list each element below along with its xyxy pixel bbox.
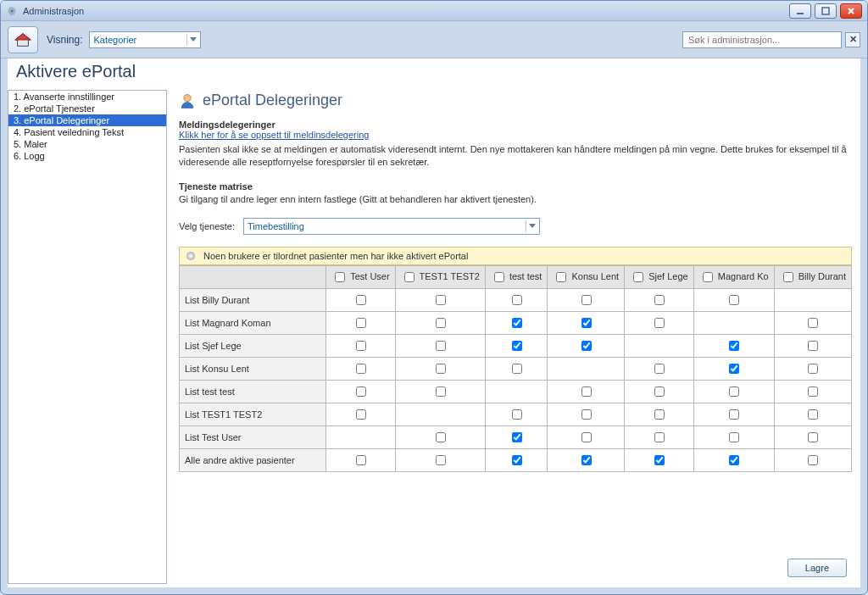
matrix-cell-checkbox-5-4[interactable] (654, 409, 665, 420)
sidebar-item-1[interactable]: 2. ePortal Tjenester (8, 103, 166, 114)
service-combo[interactable]: Timebestilling (243, 218, 540, 235)
matrix-cell-7-0 (326, 449, 395, 472)
matrix-cell-1-3 (548, 312, 625, 335)
matrix-cell-checkbox-7-1[interactable] (436, 455, 446, 465)
matrix-cell-checkbox-5-2[interactable] (512, 409, 522, 420)
matrix-cell-checkbox-6-6[interactable] (808, 432, 818, 442)
chevron-down-icon (186, 34, 198, 46)
matrix-cell-checkbox-6-4[interactable] (654, 432, 665, 442)
matrix-cell-checkbox-4-1[interactable] (436, 386, 446, 397)
matrix-cell-0-2 (485, 289, 548, 312)
matrix-cell-checkbox-4-6[interactable] (808, 386, 818, 397)
matrix-cell-checkbox-0-4[interactable] (654, 295, 665, 305)
matrix-cell-6-2 (485, 426, 548, 449)
matrix-cell-checkbox-3-5[interactable] (729, 364, 739, 374)
sidebar-item-3[interactable]: 4. Pasient veiledning Tekst (8, 126, 166, 138)
matrix-cell-6-4 (625, 426, 694, 449)
search-box[interactable] (682, 31, 842, 48)
matrix-col-header-checkbox-0[interactable] (335, 272, 345, 282)
matrix-col-header-checkbox-1[interactable] (404, 272, 415, 282)
sidebar-item-5[interactable]: 6. Logg (8, 150, 166, 162)
matrix-cell-checkbox-4-3[interactable] (581, 386, 592, 397)
close-button[interactable] (840, 3, 862, 19)
matrix-cell-1-1 (395, 312, 485, 335)
matrix-cell-checkbox-5-3[interactable] (581, 409, 592, 420)
svg-rect-2 (822, 8, 829, 14)
matrix-cell-checkbox-7-3[interactable] (581, 455, 592, 465)
matrix-cell-checkbox-1-4[interactable] (654, 318, 665, 328)
matrix-cell-4-1 (395, 381, 485, 403)
matrix-cell-checkbox-1-3[interactable] (581, 318, 592, 328)
matrix-cell-checkbox-6-2[interactable] (512, 432, 522, 442)
matrix-cell-checkbox-2-2[interactable] (512, 341, 522, 351)
matrix-cell-checkbox-6-1[interactable] (436, 432, 446, 442)
home-button[interactable] (8, 26, 38, 53)
matrix-cell-checkbox-3-2[interactable] (512, 364, 522, 374)
matrix-cell-7-1 (395, 449, 485, 472)
matrix-col-header-label-4: Sjef Lege (648, 271, 687, 281)
matrix-col-header-checkbox-3[interactable] (556, 272, 566, 282)
save-button[interactable]: Lagre (787, 559, 847, 577)
service-select-label: Velg tjeneste: (179, 221, 243, 231)
matrix-cell-checkbox-1-6[interactable] (808, 318, 818, 328)
matrix-cell-checkbox-4-5[interactable] (729, 386, 739, 397)
matrix-cell-checkbox-2-5[interactable] (729, 341, 739, 351)
service-select-row: Velg tjeneste: Timebestilling (179, 218, 852, 235)
matrix-row-label-1: List Magnard Koman (180, 312, 326, 335)
matrix-cell-5-4 (625, 403, 694, 426)
sidebar-item-0[interactable]: 1. Avanserte innstillinger (8, 91, 166, 103)
matrix-cell-1-6 (774, 312, 851, 335)
sidebar-item-4[interactable]: 5. Maler (8, 138, 166, 150)
matrix-cell-checkbox-2-6[interactable] (808, 341, 818, 351)
matrix-cell-checkbox-6-5[interactable] (729, 432, 739, 442)
matrix-cell-checkbox-0-5[interactable] (729, 295, 739, 305)
matrix-cell-checkbox-5-0[interactable] (356, 409, 366, 420)
view-combo[interactable]: Kategorier (89, 31, 201, 48)
matrix-cell-checkbox-7-6[interactable] (808, 455, 818, 465)
matrix-cell-checkbox-1-2[interactable] (512, 318, 522, 328)
matrix-row-label-6: List Test User (180, 426, 326, 449)
matrix-cell-checkbox-0-2[interactable] (512, 295, 522, 305)
matrix-cell-checkbox-6-3[interactable] (581, 432, 592, 442)
matrix-col-header-checkbox-5[interactable] (703, 272, 713, 282)
matrix-col-header-checkbox-4[interactable] (633, 272, 643, 282)
matrix-cell-checkbox-3-0[interactable] (356, 364, 366, 374)
matrix-cell-4-2 (485, 381, 548, 403)
matrix-cell-checkbox-0-3[interactable] (581, 295, 592, 305)
matrix-col-header-4: Sjef Lege (625, 266, 694, 289)
matrix-cell-checkbox-2-1[interactable] (436, 341, 446, 351)
matrix-cell-checkbox-0-0[interactable] (356, 295, 366, 305)
matrix-cell-checkbox-1-0[interactable] (356, 318, 366, 328)
sidebar-item-2[interactable]: 3. ePortal Delegeringer (8, 114, 166, 126)
maximize-button[interactable] (815, 3, 837, 19)
matrix-cell-2-0 (326, 335, 395, 358)
matrix-cell-0-5 (693, 289, 774, 312)
matrix-cell-checkbox-0-1[interactable] (436, 295, 446, 305)
matrix-col-header-1: TEST1 TEST2 (395, 266, 485, 289)
matrix-cell-checkbox-3-1[interactable] (436, 364, 446, 374)
matrix-cell-checkbox-1-1[interactable] (436, 318, 446, 328)
matrix-cell-checkbox-3-6[interactable] (808, 364, 818, 374)
matrix-cell-checkbox-2-3[interactable] (581, 341, 592, 351)
matrix-cell-checkbox-7-5[interactable] (729, 455, 739, 465)
search-input[interactable] (687, 34, 837, 46)
matrix-row-label-3: List Konsu Lent (180, 358, 326, 381)
matrix-col-header-label-0: Test User (350, 271, 389, 281)
svg-rect-1 (797, 13, 804, 14)
matrix-row-label-2: List Sjef Lege (180, 335, 326, 358)
matrix-cell-checkbox-2-0[interactable] (356, 341, 366, 351)
matrix-cell-checkbox-7-4[interactable] (654, 455, 665, 465)
matrix-col-header-checkbox-2[interactable] (494, 272, 504, 282)
matrix-cell-checkbox-7-2[interactable] (512, 455, 522, 465)
matrix-cell-5-6 (774, 403, 851, 426)
matrix-cell-checkbox-5-5[interactable] (729, 409, 739, 420)
search-clear-button[interactable]: ✕ (845, 32, 860, 47)
meldings-link[interactable]: Klikk her for å se oppsett til meldinsde… (179, 130, 852, 140)
matrix-cell-checkbox-7-0[interactable] (356, 455, 366, 465)
matrix-cell-checkbox-4-4[interactable] (654, 386, 665, 397)
matrix-cell-checkbox-4-0[interactable] (356, 386, 366, 397)
matrix-cell-checkbox-5-6[interactable] (808, 409, 818, 420)
minimize-button[interactable] (789, 3, 811, 19)
matrix-col-header-checkbox-6[interactable] (783, 272, 793, 282)
matrix-cell-checkbox-3-4[interactable] (654, 364, 665, 374)
